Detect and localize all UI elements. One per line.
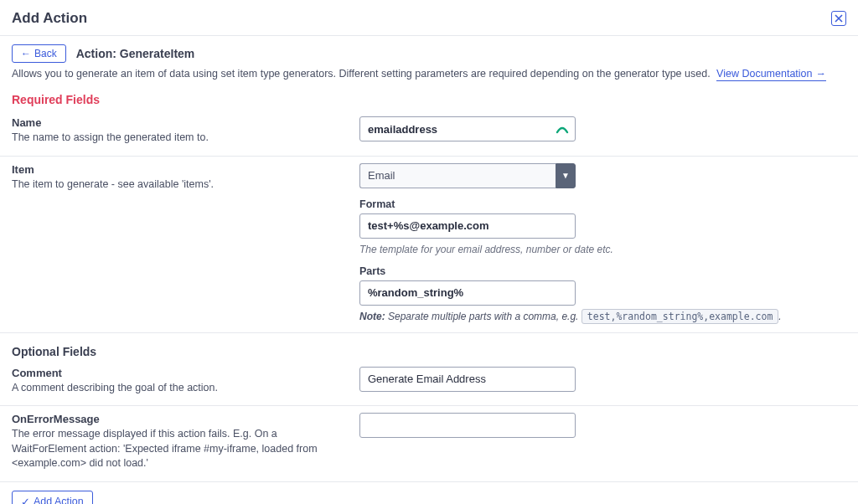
- comment-input[interactable]: [359, 367, 576, 392]
- page-title: Add Action: [12, 10, 87, 27]
- back-button-label: Back: [34, 48, 57, 59]
- item-select-value: Email: [359, 163, 556, 188]
- parts-input[interactable]: [359, 280, 576, 306]
- doc-link-label: View Documentation: [716, 68, 812, 80]
- parts-label: Parts: [359, 265, 846, 277]
- field-onerror-label: OnErrorMessage: [12, 413, 349, 425]
- arrow-right-icon: →: [816, 68, 827, 80]
- field-item-label: Item: [12, 163, 349, 176]
- arrow-left-icon: ←: [21, 48, 31, 59]
- close-button[interactable]: [831, 11, 846, 26]
- field-name-desc: The name to assign the generated item to…: [12, 131, 349, 146]
- action-title: Action: GenerateItem: [76, 47, 195, 60]
- optional-fields-label: Optional Fields: [0, 333, 858, 367]
- item-select[interactable]: Email ▼: [359, 163, 576, 188]
- name-input[interactable]: [359, 116, 576, 141]
- check-icon: ✓: [21, 496, 30, 505]
- description-text: Allows you to generate an item of data u…: [12, 68, 711, 80]
- field-onerror-desc: The error message displayed if this acti…: [12, 427, 349, 471]
- add-action-label: Add Action: [34, 496, 84, 504]
- field-comment-label: Comment: [12, 367, 349, 379]
- format-input[interactable]: [359, 213, 576, 239]
- parts-note-code: test,%random_string%,example.com: [581, 309, 779, 324]
- field-comment-desc: A comment describing the goal of the act…: [12, 381, 349, 396]
- onerror-input[interactable]: [359, 413, 576, 438]
- add-action-button[interactable]: ✓ Add Action: [12, 491, 93, 505]
- back-button[interactable]: ← Back: [12, 44, 66, 63]
- field-name-label: Name: [12, 116, 349, 129]
- status-ok-icon: [556, 122, 569, 138]
- field-item-desc: The item to generate - see available 'it…: [12, 177, 349, 193]
- view-documentation-link[interactable]: View Documentation→: [716, 68, 826, 81]
- required-fields-label: Required Fields: [0, 86, 858, 110]
- parts-note: Note: Separate multiple parts with a com…: [359, 311, 846, 322]
- format-hint: The template for your email address, num…: [359, 244, 846, 255]
- chevron-down-icon[interactable]: ▼: [556, 163, 576, 188]
- format-label: Format: [359, 198, 846, 210]
- close-icon: [835, 14, 843, 23]
